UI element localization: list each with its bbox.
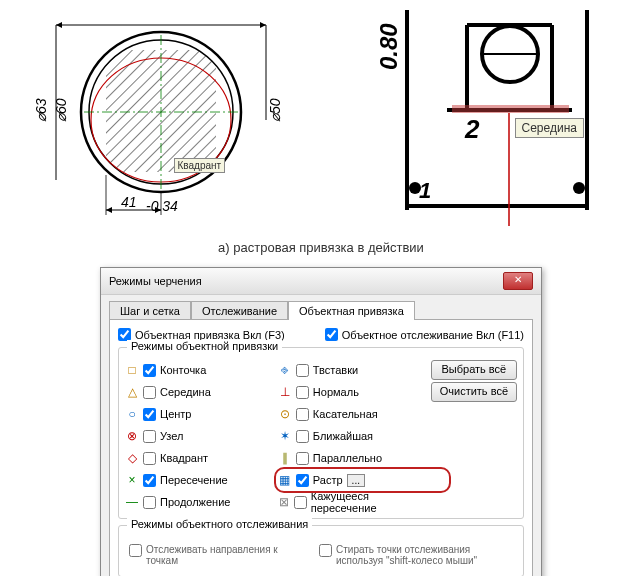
svg-text:0.80: 0.80 [375,23,402,70]
dim-034: -0.34 [146,198,178,214]
svg-marker-14 [106,207,112,213]
dim-50: ⌀50 [267,98,283,122]
group-track-title: Режимы объектного отслеживания [127,518,312,530]
tooltip-kvadrant: Квадрант [174,158,226,173]
tab-grid[interactable]: Шаг и сетка [109,301,191,320]
snap-Пересечение[interactable]: ×Пересечение [125,470,266,490]
snap-Центр[interactable]: ○Центр [125,404,266,424]
svg-text:2: 2 [464,114,480,144]
snap-Нормаль[interactable]: ⊥Нормаль [278,382,419,402]
dim-41: 41 [121,194,137,210]
chk-otrack-on[interactable]: Объектное отслеживание Вкл (F11) [325,328,524,341]
group-track-modes: Режимы объектного отслеживания Отслежива… [118,525,524,576]
drawing-left: ⌀63 ⌀60 ⌀50 41 -0.34 Квадрант [36,10,296,232]
snap-Узел[interactable]: ⊗Узел [125,426,266,446]
caption-a: а) растровая привязка в действии [0,240,642,255]
snap-Середина[interactable]: △Середина [125,382,266,402]
highlight-bar [452,105,569,113]
dialog-title: Режимы черчения [109,275,202,287]
raster-options-button[interactable]: ... [347,474,365,487]
snap-Касательная[interactable]: ⊙Касательная [278,404,419,424]
titlebar[interactable]: Режимы черчения ✕ [101,268,541,295]
tab-tracking[interactable]: Отслеживание [191,301,288,320]
snap-Параллельно[interactable]: ∥Параллельно [278,448,419,468]
close-button[interactable]: ✕ [503,272,533,290]
group-snap-modes: Режимы объектной привязки □Конточка⎆Твст… [118,347,524,519]
snap-Квадрант[interactable]: ◇Квадрант [125,448,266,468]
dim-60: ⌀60 [53,98,69,122]
chk-erase-points[interactable]: Стирать точки отслеживания используя "sh… [319,544,479,566]
group-snap-title: Режимы объектной привязки [127,340,282,352]
tab-osnap[interactable]: Объектная привязка [288,301,415,320]
svg-marker-4 [260,22,266,28]
snap-Растр[interactable]: ▦Растр ... [278,470,419,490]
tooltip-seredina: Середина [515,118,584,138]
select-all-button[interactable]: Выбрать всё [431,360,517,380]
snap-Ближайшая[interactable]: ✶Ближайшая [278,426,419,446]
snap-Конточка[interactable]: □Конточка [125,360,266,380]
svg-point-29 [573,182,585,194]
snap-Кажущееся пересечение[interactable]: ⊠Кажущееся пересечение [278,492,419,512]
drawings-section: ⌀63 ⌀60 ⌀50 41 -0.34 Квадрант [0,0,642,232]
svg-text:1: 1 [419,178,431,203]
tab-content: Объектная привязка Вкл (F3) Объектное от… [109,319,533,576]
dim-63: ⌀63 [36,98,49,122]
dialog-drafting-modes: Режимы черчения ✕ Шаг и сетка Отслеживан… [100,267,542,576]
clear-all-button[interactable]: Очистить всё [431,382,517,402]
chk-track-dirs[interactable]: Отслеживать направления к точкам [129,544,289,566]
svg-marker-3 [56,22,62,28]
snap-Твставки[interactable]: ⎆Твставки [278,360,419,380]
drawing-right: 0.80 2 5 1 Середина [347,10,607,232]
tabs: Шаг и сетка Отслеживание Объектная привя… [101,295,541,320]
snap-Продолжение[interactable]: —Продолжение [125,492,266,512]
